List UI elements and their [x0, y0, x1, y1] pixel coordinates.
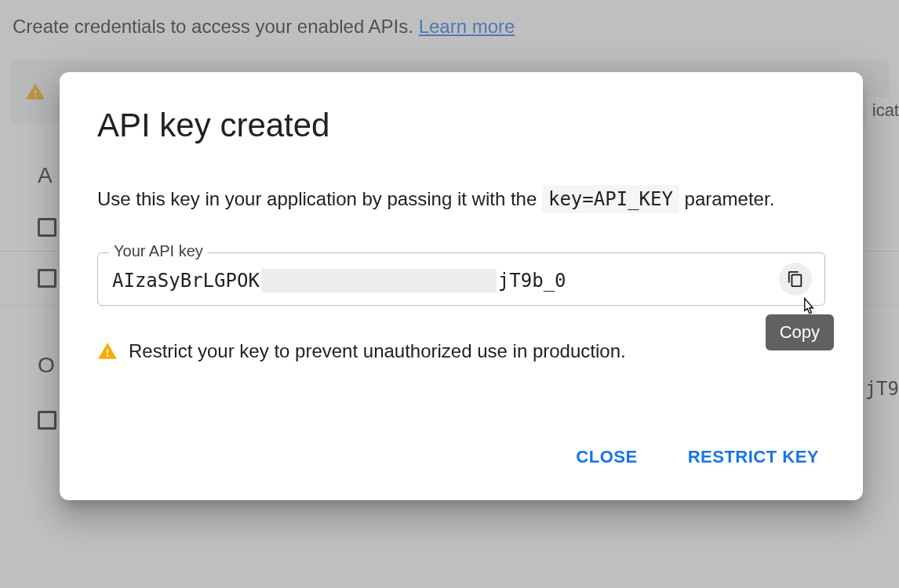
- cursor-pointer-icon: [798, 296, 820, 318]
- code-param: key=API_KEY: [542, 185, 679, 213]
- copy-icon: [787, 270, 804, 288]
- redacted-portion: [261, 269, 497, 292]
- field-label: Your API key: [109, 242, 208, 260]
- close-button[interactable]: CLOSE: [573, 441, 640, 474]
- restriction-warning: Restrict your key to prevent unauthorize…: [97, 340, 825, 362]
- api-key-created-dialog: API key created Use this key in your app…: [60, 72, 863, 500]
- warning-text: Restrict your key to prevent unauthorize…: [129, 340, 626, 362]
- warning-icon: [97, 341, 118, 361]
- dialog-title: API key created: [97, 107, 825, 144]
- restrict-key-button[interactable]: RESTRICT KEY: [685, 441, 822, 474]
- api-key-value[interactable]: AIzaSyBrLGPOKjT9b_0: [112, 269, 770, 292]
- dialog-description: Use this key in your application by pass…: [97, 185, 825, 213]
- copy-button[interactable]: [779, 263, 812, 296]
- copy-tooltip: Copy: [766, 314, 834, 350]
- dialog-actions: CLOSE RESTRICT KEY: [97, 441, 825, 474]
- api-key-field: Your API key AIzaSyBrLGPOKjT9b_0 Copy: [97, 252, 825, 306]
